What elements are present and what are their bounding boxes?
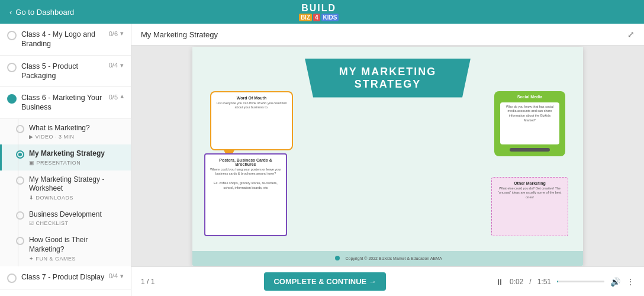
more-options-button[interactable]: ⋮	[626, 277, 635, 287]
item5-badge-text: FUN & GAMES	[36, 256, 76, 262]
sidebar-class-class8[interactable]: Class 8 - Goal Setting 0/5 ▾	[0, 289, 131, 296]
time-current: 0:02	[510, 278, 523, 286]
sidebar-class-class6[interactable]: Class 6 - Marketing Your Business 0/5 ▾	[0, 87, 131, 119]
class7-chevron-icon: ▾	[120, 272, 124, 280]
complete-continue-button[interactable]: COMPLETE & CONTINUE →	[264, 272, 385, 291]
bottom-bar: 1 / 1 COMPLETE & CONTINUE → ⏸ 0:02 / 1:5…	[131, 266, 644, 296]
slide-footer: Copyright © 2022 Bizkids Market & Educat…	[192, 251, 583, 266]
item2-badge: ▣ PRESENTATION	[29, 160, 124, 166]
item2-dot	[16, 150, 24, 159]
slide-viewer: MY MARKETING STRATEGY Word Of Mouth List…	[131, 46, 644, 266]
word-of-mouth-card: Word Of Mouth List everyone you can thin…	[210, 91, 293, 150]
class7-status-icon	[7, 274, 17, 283]
content-header: My Marketing Strategy ⤢	[131, 24, 644, 46]
page-indicator: 1 / 1	[141, 278, 154, 286]
word-of-mouth-label: Word Of Mouth	[215, 96, 288, 100]
class4-chevron-icon: ▾	[120, 30, 124, 37]
content-title: My Marketing Strategy	[141, 30, 218, 39]
item1-dot	[16, 125, 24, 133]
logo-build-text: BUILD	[301, 3, 336, 14]
class6-title: Class 6 - Marketing Your Business	[21, 93, 105, 112]
class5-status-icon	[7, 63, 17, 72]
sidebar-class-class7[interactable]: Class 7 - Product Display 0/4 ▾	[0, 266, 131, 289]
item3-badge-icon: ⬇	[29, 195, 34, 201]
logo-kids: KIDS	[321, 14, 339, 21]
sidebar-class-class4[interactable]: Class 4 - My Logo and Branding 0/6 ▾	[0, 24, 131, 56]
back-label: Go to Dashboard	[15, 8, 74, 17]
class6-chevron-icon: ▾	[120, 93, 124, 101]
class7-title: Class 7 - Product Display	[21, 272, 104, 282]
class6-items: What is Marketing? ▶ VIDEO · 3 MIN My Ma…	[0, 119, 131, 266]
time-total: 1:51	[537, 278, 551, 286]
other-marketing-label: Other Marketing	[495, 181, 564, 185]
logo-biz: BIZ	[299, 14, 312, 21]
copyright-text: Copyright © 2022 Bizkids Market & Educat…	[345, 256, 442, 260]
item3-badge: ⬇ DOWNLOADS	[29, 195, 124, 201]
phone-screen: Who do you know that has social media ac…	[500, 102, 559, 144]
item5-dot	[16, 237, 24, 245]
sidebar-item-my-marketing-strategy[interactable]: My Marketing Strategy ▣ PRESENTATION	[0, 144, 131, 170]
content-area: My Marketing Strategy ⤢ MY MARKETING STR…	[131, 24, 644, 296]
time-progress-fill	[557, 281, 558, 282]
item3-dot	[16, 176, 24, 185]
posters-label: Posters, Business Cards & Brochures	[209, 158, 282, 166]
slide-container: MY MARKETING STRATEGY Word Of Mouth List…	[192, 47, 583, 266]
posters-text: Where could you hang your posters or lea…	[209, 168, 282, 176]
class7-progress: 0/4	[109, 272, 118, 279]
sidebar: Class 4 - My Logo and Branding 0/6 ▾ Cla…	[0, 24, 131, 296]
sidebar-item-business-development[interactable]: Business Development ☑ CHECKLIST	[0, 205, 131, 231]
item1-badge-icon: ▶	[29, 134, 34, 140]
item2-badge-icon: ▣	[29, 160, 35, 166]
logo: BUILD BIZ 4 KIDS	[299, 3, 339, 21]
item4-badge-icon: ☑	[29, 220, 34, 226]
social-media-text: Who do you know that has social media ac…	[503, 105, 557, 123]
logo-four: 4	[313, 14, 320, 21]
item1-badge: ▶ VIDEO · 3 MIN	[29, 134, 124, 140]
class4-title: Class 4 - My Logo and Branding	[21, 30, 105, 49]
item4-badge: ☑ CHECKLIST	[29, 220, 124, 226]
time-progress-bar[interactable]	[557, 281, 604, 282]
sidebar-item-how-good-marketing[interactable]: How Good is Their Marketing? ✦ FUN & GAM…	[0, 231, 131, 266]
item4-badge-text: CHECKLIST	[36, 220, 69, 226]
class5-chevron-icon: ▾	[120, 62, 124, 69]
item1-title: What is Marketing?	[29, 124, 124, 133]
sidebar-item-worksheet[interactable]: My Marketing Strategy - Worksheet ⬇ DOWN…	[0, 170, 131, 205]
social-media-card: Social Media Who do you know that has so…	[494, 91, 565, 156]
slide-cards-area: Word Of Mouth List everyone you can thin…	[204, 88, 571, 248]
item5-badge: ✦ FUN & GAMES	[29, 256, 124, 262]
class5-progress: 0/4	[109, 62, 118, 69]
expand-icon[interactable]: ⤢	[627, 30, 635, 39]
other-marketing-text: What else could you do? Get creative! Th…	[495, 186, 564, 200]
back-icon: ‹	[9, 8, 12, 17]
item2-badge-text: PRESENTATION	[37, 160, 81, 166]
class6-status-icon	[7, 94, 17, 104]
social-media-label: Social Media	[498, 95, 562, 99]
slide-dot	[335, 256, 340, 260]
slide-content: MY MARKETING STRATEGY Word Of Mouth List…	[192, 47, 583, 266]
volume-button[interactable]: 🔊	[610, 277, 620, 287]
word-of-mouth-text: List everyone you can think of who you c…	[215, 101, 288, 110]
logo-sub-wrapper: BIZ 4 KIDS	[299, 14, 339, 21]
class4-progress: 0/6	[109, 30, 118, 37]
class6-progress: 0/5	[109, 94, 118, 101]
top-navigation: ‹ Go to Dashboard BUILD BIZ 4 KIDS	[0, 0, 644, 24]
item4-title: Business Development	[29, 210, 124, 220]
media-controls: ⏸ 0:02 / 1:51 🔊 ⋮	[495, 277, 635, 287]
item3-badge-text: DOWNLOADS	[36, 195, 74, 201]
item5-title: How Good is Their Marketing?	[29, 236, 124, 254]
time-separator: /	[529, 278, 531, 286]
posters-card: Posters, Business Cards & Brochures Wher…	[204, 153, 287, 236]
item2-title: My Marketing Strategy	[29, 149, 124, 159]
item3-title: My Marketing Strategy - Worksheet	[29, 175, 124, 194]
item1-badge-text: VIDEO · 3 MIN	[36, 134, 75, 140]
item4-dot	[16, 211, 24, 220]
other-marketing-card: Other Marketing What else could you do? …	[491, 177, 568, 236]
item5-badge-icon: ✦	[29, 256, 34, 262]
go-to-dashboard-link[interactable]: ‹ Go to Dashboard	[9, 8, 74, 17]
sidebar-item-what-is-marketing[interactable]: What is Marketing? ▶ VIDEO · 3 MIN	[0, 119, 131, 145]
pause-button[interactable]: ⏸	[495, 277, 504, 287]
sidebar-class-class5[interactable]: Class 5 - Product Packaging 0/4 ▾	[0, 56, 131, 88]
class4-status-icon	[7, 31, 17, 40]
footer-note1: Ex. coffee shops, grocery stores, re-cen…	[209, 181, 282, 190]
class5-title: Class 5 - Product Packaging	[21, 62, 105, 81]
